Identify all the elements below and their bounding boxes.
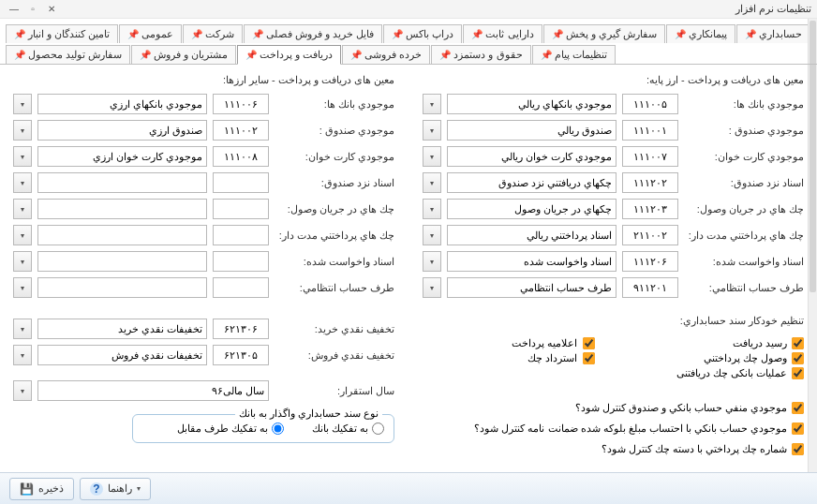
maximize-icon[interactable]: ▫: [24, 3, 41, 16]
tab-سفارش گیري و پخش[interactable]: سفارش گیري و پخش📌: [543, 24, 665, 43]
close-icon[interactable]: ✕: [43, 3, 60, 16]
base-desc-0[interactable]: [447, 94, 616, 114]
discount-code-1[interactable]: [213, 345, 269, 365]
dropdown-icon[interactable]: ▾: [13, 120, 32, 141]
base-code-7[interactable]: [622, 277, 678, 298]
dropdown-icon[interactable]: ▾: [13, 172, 32, 193]
base-desc-5[interactable]: [447, 225, 616, 245]
discount-desc-0[interactable]: [37, 319, 207, 339]
tab-حقوق و دستمزد[interactable]: حقوق و دستمزد📌: [431, 45, 530, 64]
base-label-0: موجودي بانك ها:: [684, 98, 804, 111]
pin-icon: 📌: [191, 29, 202, 39]
other-code-5[interactable]: [213, 225, 269, 245]
dropdown-icon[interactable]: ▾: [423, 94, 441, 114]
other-code-4[interactable]: [213, 199, 269, 219]
base-desc-3[interactable]: [447, 172, 616, 193]
dropdown-icon[interactable]: ▾: [423, 277, 441, 298]
chevron-down-icon: ▾: [137, 484, 141, 493]
dropdown-icon[interactable]: ▾: [423, 172, 441, 193]
auto-check-4[interactable]: [583, 352, 595, 364]
dropdown-icon[interactable]: ▾: [13, 94, 32, 114]
other-desc-7[interactable]: [37, 277, 207, 298]
other-code-1[interactable]: [213, 120, 269, 141]
other-code-7[interactable]: [213, 277, 269, 298]
dropdown-icon[interactable]: ▾: [13, 225, 32, 245]
extra-check-2[interactable]: [792, 443, 804, 455]
other-code-6[interactable]: [213, 251, 269, 272]
base-desc-6[interactable]: [447, 251, 616, 272]
other-desc-2[interactable]: [37, 146, 207, 167]
other-code-0[interactable]: [213, 94, 269, 114]
dropdown-icon[interactable]: ▾: [13, 251, 32, 272]
radio-opt-0[interactable]: به تفكيك بانك: [312, 422, 384, 435]
other-desc-0[interactable]: [37, 94, 207, 114]
tab-تامین کنندگان و انبار[interactable]: تامین کنندگان و انبار📌: [6, 24, 118, 43]
base-code-6[interactable]: [622, 251, 678, 272]
extra-check-1[interactable]: [792, 422, 804, 435]
other-desc-6[interactable]: [37, 251, 207, 272]
dropdown-icon[interactable]: ▾: [13, 345, 32, 365]
extra-check-0[interactable]: [792, 402, 804, 414]
tab-فایل خرید و فروش فصلی[interactable]: فایل خرید و فروش فصلی📌: [244, 24, 382, 43]
other-code-2[interactable]: [213, 146, 269, 167]
base-code-3[interactable]: [622, 172, 678, 193]
tab-سفارش تولید محصول[interactable]: سفارش تولید محصول📌: [6, 45, 130, 64]
other-code-3[interactable]: [213, 172, 269, 193]
base-code-0[interactable]: [622, 94, 678, 114]
discount-code-0[interactable]: [213, 319, 269, 339]
base-code-1[interactable]: [622, 120, 678, 141]
minimize-icon[interactable]: ―: [6, 3, 22, 16]
dropdown-icon[interactable]: ▾: [13, 319, 32, 339]
dropdown-icon[interactable]: ▾: [423, 120, 441, 141]
auto-check-3[interactable]: [583, 337, 595, 349]
other-desc-4[interactable]: [37, 199, 207, 219]
base-desc-4[interactable]: [447, 199, 616, 219]
tab-دریافت و پرداخت[interactable]: دریافت و پرداخت📌: [237, 45, 341, 65]
radio-counter[interactable]: [272, 422, 284, 435]
other-desc-5[interactable]: [37, 225, 207, 245]
help-button[interactable]: ? راهنما ▾: [80, 478, 151, 500]
dropdown-icon[interactable]: ▾: [13, 146, 32, 167]
base-label-7: طرف حساب انتظامي:: [684, 282, 804, 294]
radio-label-1: به تفكيك طرف مقابل: [177, 422, 268, 435]
tab-حسابداري[interactable]: حسابداري📌: [736, 24, 810, 43]
tab-label: حقوق و دستمزد: [453, 49, 522, 61]
dropdown-icon[interactable]: ▾: [423, 199, 441, 219]
tab-خرده فروشی[interactable]: خرده فروشی📌: [342, 45, 430, 64]
dropdown-icon[interactable]: ▾: [423, 251, 441, 272]
tab-label: دریافت و پرداخت: [260, 49, 333, 61]
year-input[interactable]: [37, 380, 269, 401]
base-code-5[interactable]: [622, 225, 678, 245]
tabs-row-2: تنظیمات پیام📌حقوق و دستمزد📌خرده فروشی📌در…: [6, 43, 811, 64]
auto-check-0[interactable]: [792, 337, 804, 349]
tab-مشتریان و فروش[interactable]: مشتریان و فروش📌: [131, 45, 236, 64]
other-desc-3[interactable]: [37, 172, 207, 193]
base-code-4[interactable]: [622, 199, 678, 219]
tab-شرکت[interactable]: شرکت📌: [183, 24, 243, 43]
base-desc-2[interactable]: [447, 146, 616, 167]
base-desc-1[interactable]: [447, 120, 616, 141]
auto-check-2[interactable]: [792, 367, 804, 379]
tab-تنظیمات پیام[interactable]: تنظیمات پیام📌: [532, 45, 616, 64]
help-label: راهنما: [108, 482, 132, 495]
dropdown-icon[interactable]: ▾: [423, 225, 441, 245]
dropdown-icon[interactable]: ▾: [13, 380, 32, 401]
tab-دارایی ثابت[interactable]: دارایی ثابت📌: [463, 24, 542, 43]
base-code-2[interactable]: [622, 146, 678, 167]
tab-label: مشتریان و فروش: [154, 49, 228, 61]
tab-عمومی[interactable]: عمومی📌: [119, 24, 182, 43]
save-button[interactable]: 💾 ذخیره: [9, 478, 74, 500]
dropdown-icon[interactable]: ▾: [13, 199, 32, 219]
tab-پیمانکاري[interactable]: پیمانکاري📌: [666, 24, 735, 43]
auto-check-1[interactable]: [792, 352, 804, 364]
dropdown-icon[interactable]: ▾: [423, 146, 441, 167]
tab-دراپ باکس[interactable]: دراپ باکس📌: [383, 24, 462, 43]
base-desc-7[interactable]: [447, 277, 616, 298]
radio-opt-1[interactable]: به تفكيك طرف مقابل: [177, 422, 284, 435]
radio-bank[interactable]: [372, 422, 384, 435]
auto-check-label-2: عملیات بانکی چك دریافتنی: [676, 367, 787, 379]
discount-desc-1[interactable]: [37, 345, 207, 365]
pin-icon: 📌: [14, 50, 25, 60]
other-desc-1[interactable]: [37, 120, 207, 141]
dropdown-icon[interactable]: ▾: [13, 277, 32, 298]
